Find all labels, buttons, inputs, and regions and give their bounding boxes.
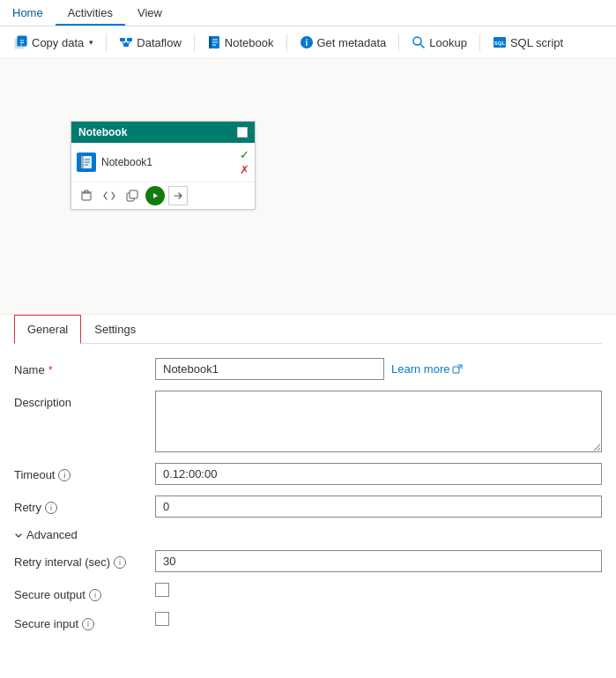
toolbar-divider-5 xyxy=(479,34,480,51)
toolbar-divider-1 xyxy=(106,34,107,51)
node-run-button[interactable] xyxy=(145,186,165,205)
svg-rect-28 xyxy=(130,190,137,198)
timeout-control-area xyxy=(155,463,602,485)
dataflow-label: Dataflow xyxy=(137,36,182,49)
name-control-area: Learn more xyxy=(155,358,602,380)
retry-input[interactable] xyxy=(155,495,602,518)
toolbar-divider-4 xyxy=(398,34,399,51)
node-copy-button[interactable] xyxy=(122,186,142,205)
retry-info-icon[interactable]: i xyxy=(45,502,57,514)
secure-input-checkbox[interactable] xyxy=(155,612,169,626)
retry-row: Retry i xyxy=(14,495,602,518)
notebook-node[interactable]: Notebook Note xyxy=(71,121,256,210)
svg-rect-2 xyxy=(120,38,125,41)
notebook-button[interactable]: Notebook xyxy=(200,32,281,53)
node-title: Notebook xyxy=(78,126,127,138)
secure-input-row: Secure input i xyxy=(14,612,602,630)
svg-text:i: i xyxy=(305,38,308,48)
notebook-item-icon xyxy=(77,153,96,172)
retry-control-area xyxy=(155,495,602,518)
nav-activities-label: Activities xyxy=(68,6,113,19)
node-arrow-button[interactable] xyxy=(168,186,188,205)
secure-output-row: Secure output i xyxy=(14,583,602,601)
svg-rect-4 xyxy=(123,43,129,47)
copy-data-dropdown-arrow: ▾ xyxy=(89,38,93,47)
nav-home-label: Home xyxy=(12,6,43,19)
name-input[interactable] xyxy=(155,358,384,380)
lookup-label: Lookup xyxy=(429,36,467,49)
node-item: Notebook1 ✓ ✗ xyxy=(77,146,249,178)
panel: General Settings Name * Learn more Descr… xyxy=(0,315,616,655)
tab-general[interactable]: General xyxy=(14,315,81,344)
node-header: Notebook xyxy=(71,122,255,143)
retry-interval-label: Retry interval (sec) i xyxy=(14,550,155,569)
tab-settings[interactable]: Settings xyxy=(81,315,149,344)
toolbar-divider-2 xyxy=(194,34,195,51)
svg-rect-7 xyxy=(209,36,212,48)
learn-more-link[interactable]: Learn more xyxy=(391,358,463,376)
node-body: Notebook1 ✓ ✗ xyxy=(71,143,255,182)
advanced-section: Advanced Retry interval (sec) i Secure o… xyxy=(14,528,602,630)
node-x-icon: ✗ xyxy=(240,163,249,176)
get-metadata-button[interactable]: i Get metadata xyxy=(293,32,394,53)
advanced-label: Advanced xyxy=(26,528,78,541)
secure-output-control-area xyxy=(155,583,602,597)
sql-script-button[interactable]: SQL SQL script xyxy=(486,32,570,53)
advanced-toggle[interactable]: Advanced xyxy=(14,528,602,541)
node-expand-button[interactable] xyxy=(237,127,248,138)
nav-view-label: View xyxy=(137,6,162,19)
learn-more-label: Learn more xyxy=(391,362,449,376)
dataflow-icon xyxy=(119,35,133,49)
nav-item-home[interactable]: Home xyxy=(0,0,56,26)
name-row: Name * Learn more xyxy=(14,358,602,380)
timeout-input[interactable] xyxy=(155,463,602,485)
tab-general-label: General xyxy=(27,323,68,336)
timeout-label: Timeout i xyxy=(14,463,155,481)
retry-interval-input[interactable] xyxy=(155,550,602,572)
svg-rect-29 xyxy=(453,367,459,373)
secure-output-checkbox[interactable] xyxy=(155,583,169,597)
description-textarea[interactable] xyxy=(155,391,602,452)
svg-rect-3 xyxy=(127,38,132,41)
external-link-icon xyxy=(452,364,463,375)
copy-data-button[interactable]: Copy data ▾ xyxy=(7,32,100,53)
toolbar: Copy data ▾ Dataflow N xyxy=(0,26,616,59)
tabs: General Settings xyxy=(14,315,602,344)
name-label: Name * xyxy=(14,358,155,376)
lookup-button[interactable]: Lookup xyxy=(404,32,474,53)
svg-rect-22 xyxy=(82,193,91,200)
timeout-row: Timeout i xyxy=(14,463,602,485)
secure-output-label: Secure output i xyxy=(14,583,155,601)
node-delete-button[interactable] xyxy=(77,186,96,205)
secure-output-info-icon[interactable]: i xyxy=(89,589,101,601)
metadata-icon: i xyxy=(300,35,314,49)
retry-interval-info-icon[interactable]: i xyxy=(114,556,126,569)
secure-input-info-icon[interactable]: i xyxy=(82,618,94,630)
canvas-area: Notebook Note xyxy=(0,59,616,315)
sql-script-label: SQL script xyxy=(510,36,563,49)
copy-data-label: Copy data xyxy=(32,36,84,49)
node-actions xyxy=(71,182,255,209)
retry-interval-control-area xyxy=(155,550,602,572)
description-row: Description xyxy=(14,391,602,452)
notebook-label: Notebook xyxy=(225,36,274,49)
get-metadata-label: Get metadata xyxy=(317,36,387,49)
timeout-info-icon[interactable]: i xyxy=(58,469,71,481)
dataflow-button[interactable]: Dataflow xyxy=(112,32,189,53)
svg-text:SQL: SQL xyxy=(494,41,506,46)
advanced-chevron-icon xyxy=(14,531,23,540)
lookup-icon xyxy=(412,35,426,49)
node-code-button[interactable] xyxy=(100,186,119,205)
toolbar-divider-3 xyxy=(286,34,287,51)
description-control-area xyxy=(155,391,602,452)
description-label: Description xyxy=(14,391,155,409)
sql-icon: SQL xyxy=(493,35,507,49)
secure-input-label: Secure input i xyxy=(14,612,155,630)
notebook-icon xyxy=(207,35,221,49)
node-item-left: Notebook1 xyxy=(77,153,152,172)
retry-label: Retry i xyxy=(14,495,155,514)
nav-bar: Home Activities View xyxy=(0,0,616,26)
nav-item-view[interactable]: View xyxy=(125,0,174,26)
node-item-label: Notebook1 xyxy=(101,156,152,168)
nav-item-activities[interactable]: Activities xyxy=(56,0,125,26)
